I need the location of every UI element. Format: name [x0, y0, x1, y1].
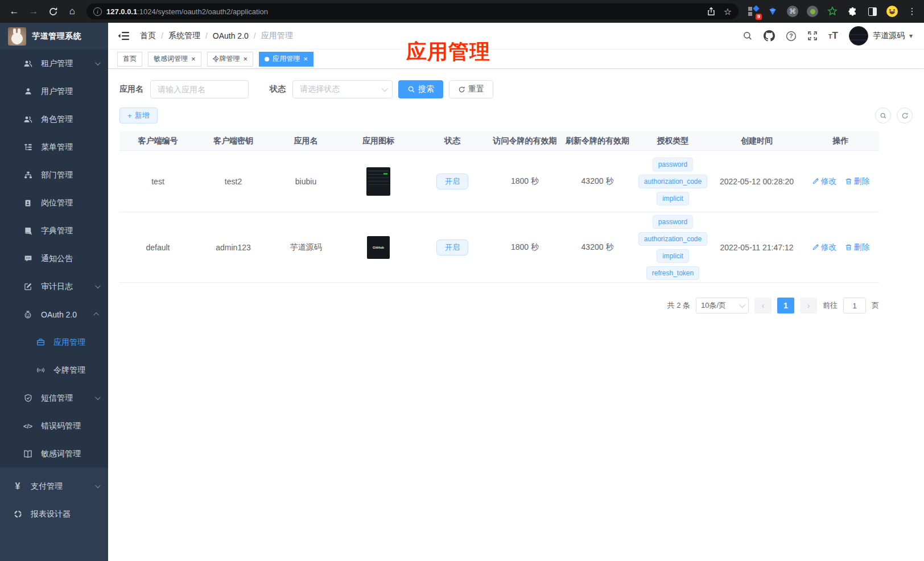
next-page-button[interactable]: › — [800, 298, 817, 314]
bookmark-star-icon[interactable]: ☆ — [724, 6, 732, 17]
grant-tag: implicit — [657, 249, 689, 263]
sidebar-item-label: 岗位管理 — [41, 198, 99, 208]
header-search-icon[interactable] — [742, 31, 753, 41]
sidebar-item-label: 短信管理 — [41, 393, 95, 403]
refresh-table-button[interactable] — [897, 108, 913, 123]
breadcrumb-oauth[interactable]: OAuth 2.0 — [213, 31, 249, 40]
status-select-placeholder: 请选择状态 — [300, 84, 340, 94]
sidebar-collapse-icon[interactable] — [117, 31, 130, 41]
sidebar-item-user[interactable]: 用户管理 — [0, 77, 108, 105]
sidebar-item-oauth-token[interactable]: 令牌管理 — [0, 356, 108, 384]
close-icon[interactable]: × — [191, 55, 196, 63]
breadcrumb-separator: / — [161, 31, 163, 40]
sidebar-item-sensitive-word[interactable]: 敏感词管理 — [0, 440, 108, 468]
sidebar-logo[interactable]: 芋道管理系统 — [0, 23, 108, 50]
page-content: 应用名 状态 请选择状态 搜索 — [108, 69, 924, 561]
emoji-extension-icon[interactable] — [886, 5, 898, 18]
sidebar: 芋道管理系统 租户管理 用户管理 — [0, 23, 108, 561]
delete-button[interactable]: 删除 — [845, 242, 870, 253]
sidebar-item-menu-mgmt[interactable]: 菜单管理 — [0, 133, 108, 161]
page-number-button[interactable]: 1 — [777, 298, 794, 314]
sidebar-item-payment[interactable]: ¥ 支付管理 — [0, 472, 108, 500]
prev-page-button[interactable]: ‹ — [754, 298, 772, 314]
grant-tag: password — [653, 158, 693, 171]
sidebar-item-role[interactable]: 角色管理 — [0, 105, 108, 133]
extension-star-icon[interactable] — [826, 5, 839, 18]
edit-button[interactable]: 修改 — [812, 176, 837, 187]
page-size-select[interactable]: 10条/页 — [696, 298, 749, 314]
sidebar-item-label: 应用管理 — [53, 337, 99, 348]
app-title: 芋道管理系统 — [32, 31, 81, 42]
browser-menu-icon[interactable]: ⋮ — [906, 5, 918, 18]
extension-command-icon[interactable]: ⌘ — [786, 5, 799, 18]
browser-home-icon[interactable]: ⌂ — [64, 3, 81, 20]
sidebar-item-error-code[interactable]: </> 错误码管理 — [0, 412, 108, 440]
tab-token[interactable]: 令牌管理× — [207, 52, 254, 67]
close-icon[interactable]: × — [303, 55, 308, 63]
sidebar-item-label: 通知公告 — [41, 254, 99, 264]
tab-application-active[interactable]: 应用管理× — [259, 52, 314, 67]
sidebar-item-notice[interactable]: 通知公告 — [0, 245, 108, 273]
cell-refresh-validity: 43200 秒 — [560, 176, 634, 187]
fullscreen-icon[interactable] — [807, 31, 818, 41]
grant-tag: authorization_code — [638, 232, 707, 246]
status-badge[interactable]: 开启 — [436, 240, 468, 255]
extension-gem-icon[interactable] — [766, 5, 779, 18]
app-name-input[interactable] — [150, 80, 249, 98]
extension-grid-icon[interactable]: 9 — [746, 5, 759, 18]
delete-button[interactable]: 删除 — [845, 176, 870, 187]
sidebar-item-oauth[interactable]: OAuth 2.0 — [0, 300, 108, 328]
extension-record-icon[interactable] — [806, 5, 819, 18]
sidebar-item-label: 令牌管理 — [53, 365, 99, 376]
sidebar-item-label: 错误码管理 — [41, 421, 99, 431]
sidebar-item-dept[interactable]: 部门管理 — [0, 161, 108, 189]
status-label: 状态 — [270, 84, 286, 94]
tab-home[interactable]: 首页 — [117, 52, 142, 67]
edit-button[interactable]: 修改 — [812, 242, 837, 253]
sidebar-item-report-designer[interactable]: 报表设计器 — [0, 500, 108, 528]
goto-label: 前往 — [823, 300, 838, 311]
reset-button[interactable]: 重置 — [449, 80, 493, 98]
add-button[interactable]: + 新增 — [119, 108, 158, 123]
address-bar[interactable]: i 127.0.0.1:1024/system/oauth2/oauth2/ap… — [86, 3, 739, 19]
breadcrumb-system[interactable]: 系统管理 — [168, 31, 200, 41]
sidebar-menu: 租户管理 用户管理 角色管理 — [0, 50, 108, 468]
status-select[interactable]: 请选择状态 — [292, 80, 393, 98]
browser-reload-icon[interactable] — [44, 3, 61, 20]
sidebar-item-post[interactable]: 岗位管理 — [0, 189, 108, 217]
org-tree-icon — [23, 171, 33, 179]
browser-back-icon[interactable]: ← — [6, 3, 23, 20]
sidebar-item-label: 报表设计器 — [31, 509, 99, 519]
status-badge[interactable]: 开启 — [436, 174, 468, 189]
app-icon-dashboard-thumbnail — [366, 167, 390, 196]
toggle-search-button[interactable] — [875, 108, 891, 123]
sidebar-item-oauth-application[interactable]: 应用管理 — [0, 328, 108, 356]
pagination: 共 2 条 10条/页 ‹ 1 › 前往 页 — [119, 298, 879, 314]
help-icon[interactable]: ? — [786, 31, 797, 42]
app-icon-github-logo: GitHub — [367, 236, 390, 259]
share-icon[interactable] — [707, 7, 716, 16]
sidebar-item-dict[interactable]: 字典管理 — [0, 217, 108, 245]
goto-page-input[interactable] — [843, 298, 866, 314]
sidebar-item-label: 角色管理 — [41, 114, 99, 125]
browser-forward-icon[interactable]: → — [25, 3, 42, 20]
sidebar-item-tenant[interactable]: 租户管理 — [0, 50, 108, 77]
breadcrumb-home[interactable]: 首页 — [140, 31, 156, 41]
applications-table: 客户端编号 客户端密钥 应用名 应用图标 状态 访问令牌的有效期 刷新令牌的有效… — [119, 131, 879, 283]
grant-type-tags: password authorization_code implicit — [638, 156, 707, 207]
extensions-puzzle-icon[interactable] — [846, 5, 859, 18]
sidebar-item-sms[interactable]: 短信管理 — [0, 384, 108, 412]
site-info-icon[interactable]: i — [93, 7, 102, 16]
github-icon[interactable] — [764, 30, 775, 42]
split-view-icon[interactable] — [866, 5, 878, 18]
user-menu[interactable]: 芋道源码 ▾ — [849, 26, 913, 46]
sidebar-item-audit-log[interactable]: 审计日志 — [0, 273, 108, 300]
refresh-icon — [458, 86, 465, 93]
navbar-actions: ? TT 芋道源码 ▾ — [742, 26, 913, 46]
tab-sensitive-word[interactable]: 敏感词管理× — [148, 52, 201, 67]
close-icon[interactable]: × — [244, 55, 248, 63]
font-size-icon[interactable]: TT — [828, 30, 838, 42]
chevron-down-icon — [739, 302, 745, 308]
cell-client-id: test — [119, 177, 196, 186]
search-button[interactable]: 搜索 — [398, 80, 443, 98]
